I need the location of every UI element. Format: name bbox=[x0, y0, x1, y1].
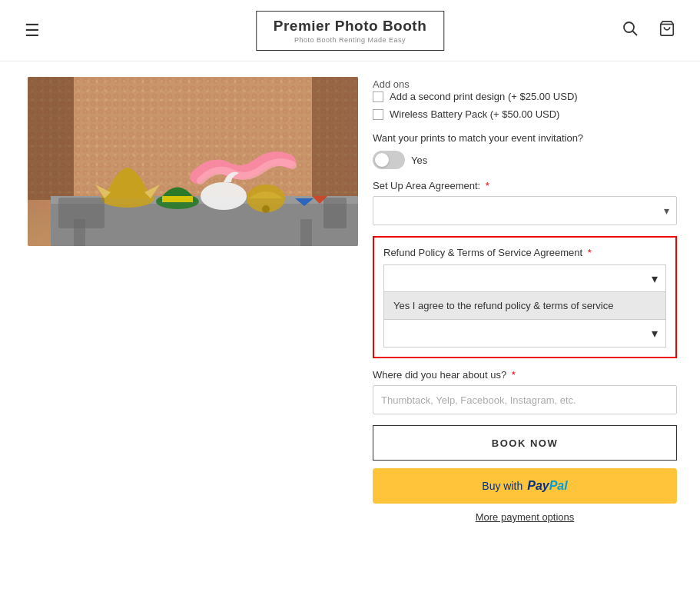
addon1-label: Add a second print design (+ $25.00 USD) bbox=[390, 91, 578, 102]
refund-policy-dropdown-area: ▾ Yes I agree to the refund policy & ter… bbox=[383, 264, 666, 348]
prints-match-question: Want your prints to match your event inv… bbox=[373, 132, 583, 144]
paypal-prefix: Buy with bbox=[482, 480, 523, 492]
svg-point-24 bbox=[262, 205, 270, 213]
site-logo[interactable]: Premier Photo Booth Photo Booth Renting … bbox=[256, 11, 445, 51]
addon2-label: Wireless Battery Pack (+ $50.00 USD) bbox=[390, 108, 559, 120]
hamburger-icon: ☰ bbox=[25, 21, 40, 40]
logo-title: Premier Photo Booth bbox=[274, 18, 427, 35]
refund-option-agree[interactable]: Yes I agree to the refund policy & terms… bbox=[383, 292, 666, 320]
where-hear-field: Where did you hear about us? * bbox=[373, 369, 677, 414]
prints-match-toggle[interactable] bbox=[373, 151, 405, 169]
search-button[interactable] bbox=[619, 17, 642, 45]
search-icon bbox=[622, 20, 639, 37]
setup-area-required: * bbox=[486, 180, 489, 191]
product-image-svg bbox=[28, 77, 358, 246]
refund-dropdown-bottom[interactable]: ▾ bbox=[383, 320, 666, 348]
prints-match-row: Want your prints to match your event inv… bbox=[373, 131, 677, 169]
svg-rect-21 bbox=[162, 196, 193, 202]
svg-rect-28 bbox=[323, 198, 347, 228]
svg-line-1 bbox=[633, 31, 638, 35]
paypal-button[interactable]: Buy with PayPal bbox=[373, 468, 677, 504]
cart-button[interactable] bbox=[655, 17, 678, 45]
refund-policy-label: Refund Policy & Terms of Service Agreeme… bbox=[383, 247, 666, 258]
product-image-column bbox=[0, 77, 357, 538]
addon1-checkbox[interactable] bbox=[373, 91, 383, 102]
svg-point-22 bbox=[201, 182, 247, 210]
more-payment-button[interactable]: More payment options bbox=[373, 511, 677, 523]
refund-dropdown-top-arrow: ▾ bbox=[652, 271, 658, 286]
setup-area-select[interactable] bbox=[373, 196, 677, 225]
where-hear-input[interactable] bbox=[373, 385, 677, 414]
site-header: ☰ Premier Photo Booth Photo Booth Rentin… bbox=[0, 0, 700, 62]
svg-point-0 bbox=[624, 22, 634, 32]
cart-icon bbox=[659, 20, 675, 37]
book-now-button[interactable]: BOOK NOW bbox=[373, 425, 677, 461]
svg-rect-12 bbox=[312, 77, 358, 200]
setup-area-field: Set Up Area Agreement: * ▾ bbox=[373, 180, 677, 225]
where-hear-required: * bbox=[512, 369, 516, 381]
refund-dropdown-bottom-arrow: ▾ bbox=[652, 326, 658, 341]
refund-policy-required: * bbox=[588, 247, 592, 258]
logo-subtitle: Photo Booth Renting Made Easy bbox=[274, 36, 427, 44]
main-content: Add ons Add a second print design (+ $25… bbox=[0, 62, 700, 538]
paypal-brand: PayPal bbox=[527, 479, 567, 493]
addon2-checkbox[interactable] bbox=[373, 109, 383, 120]
menu-button[interactable]: ☰ bbox=[22, 18, 43, 44]
product-image bbox=[28, 77, 358, 246]
product-form-column: Add ons Add a second print design (+ $25… bbox=[357, 77, 700, 538]
setup-area-dropdown-wrap: ▾ bbox=[373, 196, 677, 225]
prints-match-toggle-label: Yes bbox=[411, 155, 427, 166]
refund-policy-label-row: Refund Policy & Terms of Service Agreeme… bbox=[383, 247, 666, 258]
svg-rect-16 bbox=[300, 219, 312, 246]
svg-rect-11 bbox=[28, 77, 74, 200]
refund-policy-section: Refund Policy & Terms of Service Agreeme… bbox=[373, 236, 677, 358]
where-hear-label: Where did you hear about us? * bbox=[373, 369, 677, 381]
addons-section: Add ons Add a second print design (+ $25… bbox=[373, 77, 677, 120]
svg-rect-27 bbox=[58, 198, 105, 228]
setup-area-label: Set Up Area Agreement: * bbox=[373, 180, 677, 191]
addon1-row: Add a second print design (+ $25.00 USD) bbox=[373, 91, 677, 102]
addon2-row: Wireless Battery Pack (+ $50.00 USD) bbox=[373, 108, 677, 120]
addons-label: Add ons bbox=[373, 78, 410, 90]
refund-dropdown-top[interactable]: ▾ bbox=[383, 264, 666, 292]
